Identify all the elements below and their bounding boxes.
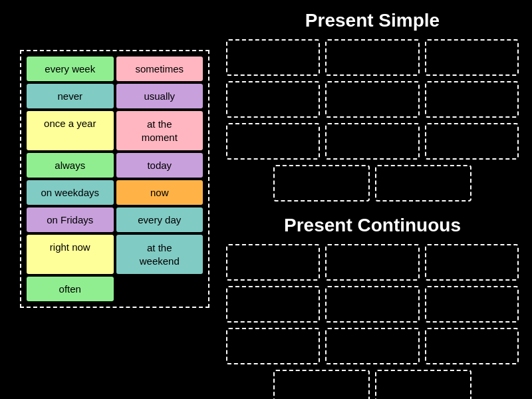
word-once-a-year[interactable]: once a year: [27, 111, 114, 150]
word-every-week[interactable]: every week: [27, 57, 114, 81]
word-every-day[interactable]: every day: [116, 207, 203, 232]
word-on-fridays[interactable]: on Fridays: [27, 207, 114, 232]
present-continuous-drops: [226, 244, 519, 399]
word-on-weekdays[interactable]: on weekdays: [27, 180, 114, 205]
word-bank-panel: every week sometimes never usually once …: [20, 50, 209, 308]
pc-drop-7[interactable]: [226, 328, 320, 364]
word-sometimes[interactable]: sometimes: [116, 57, 203, 81]
present-continuous-row4: [273, 370, 472, 399]
pc-drop-11[interactable]: [375, 370, 471, 399]
present-continuous-row3: [226, 328, 519, 364]
word-never[interactable]: never: [27, 84, 114, 108]
word-often[interactable]: often: [27, 277, 114, 301]
pc-drop-6[interactable]: [425, 286, 519, 323]
word-empty: [116, 277, 203, 301]
right-panel: Present Simple Present Continuous: [226, 10, 519, 399]
word-at-the-weekend[interactable]: at theweekend: [116, 235, 203, 274]
pc-drop-3[interactable]: [425, 244, 519, 281]
word-today[interactable]: today: [116, 153, 203, 178]
present-continuous-title: Present Continuous: [226, 215, 519, 236]
pc-drop-5[interactable]: [325, 286, 419, 323]
present-simple-row4: [273, 165, 472, 201]
ps-drop-1[interactable]: [226, 39, 320, 76]
ps-drop-10[interactable]: [273, 165, 370, 201]
ps-drop-5[interactable]: [325, 81, 419, 118]
word-usually[interactable]: usually: [116, 84, 203, 108]
present-simple-row1: [226, 39, 519, 76]
ps-drop-8[interactable]: [325, 123, 419, 160]
word-always[interactable]: always: [27, 153, 114, 178]
word-now[interactable]: now: [116, 180, 203, 205]
word-at-the-moment[interactable]: at themoment: [116, 111, 203, 150]
ps-drop-6[interactable]: [425, 81, 519, 118]
present-continuous-row2: [226, 286, 519, 323]
ps-drop-3[interactable]: [425, 39, 519, 76]
present-continuous-row1: [226, 244, 519, 281]
pc-drop-4[interactable]: [226, 286, 320, 323]
pc-drop-8[interactable]: [325, 328, 419, 364]
pc-drop-10[interactable]: [273, 370, 370, 399]
word-right-now[interactable]: right now: [27, 235, 114, 274]
pc-drop-2[interactable]: [325, 244, 419, 281]
word-grid: every week sometimes never usually once …: [27, 57, 203, 301]
present-simple-title: Present Simple: [226, 10, 519, 31]
present-simple-row2: [226, 81, 519, 118]
ps-drop-7[interactable]: [226, 123, 320, 160]
pc-drop-9[interactable]: [425, 328, 519, 364]
ps-drop-9[interactable]: [425, 123, 519, 160]
ps-drop-2[interactable]: [325, 39, 419, 76]
present-simple-row3: [226, 123, 519, 160]
pc-drop-1[interactable]: [226, 244, 320, 281]
ps-drop-4[interactable]: [226, 81, 320, 118]
ps-drop-11[interactable]: [375, 165, 471, 201]
